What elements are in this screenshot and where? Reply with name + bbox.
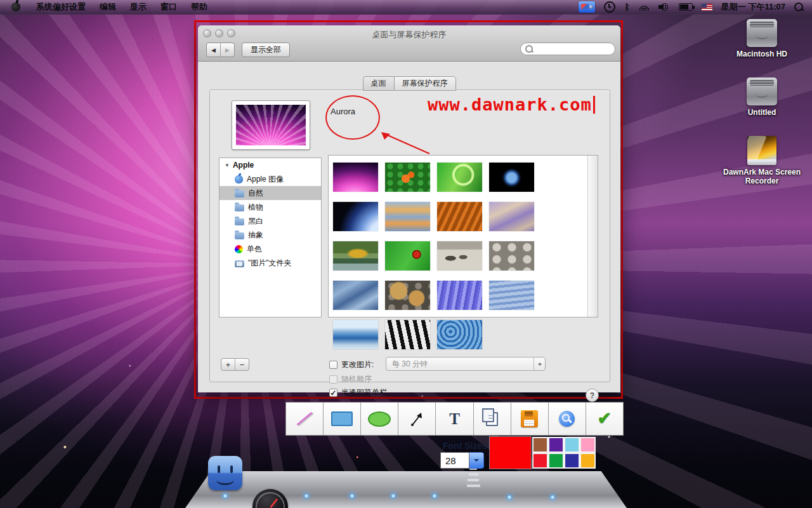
line-tool-button[interactable] bbox=[286, 403, 324, 435]
input-language-flag-icon[interactable] bbox=[702, 4, 712, 11]
zoom-tool-button[interactable] bbox=[549, 403, 586, 435]
menu-bar: 系统偏好设置 编辑 显示 窗口 帮助 ᛒ 星期一 下午11:07 bbox=[0, 0, 812, 15]
desktop: 系统偏好设置 编辑 显示 窗口 帮助 ᛒ 星期一 下午11:07 Macinto… bbox=[0, 0, 812, 508]
current-color-swatch[interactable] bbox=[490, 437, 531, 469]
menu-help[interactable]: 帮助 bbox=[184, 0, 214, 14]
line-icon bbox=[297, 412, 313, 426]
dock-dashboard-icon[interactable] bbox=[252, 489, 288, 508]
font-sizes-label: Font Sizes: bbox=[443, 441, 490, 451]
running-indicator bbox=[433, 494, 436, 498]
dawnark-recorder-menu-icon[interactable] bbox=[579, 1, 595, 13]
checkmark-icon: ✔ bbox=[598, 410, 612, 427]
running-indicator bbox=[350, 494, 354, 498]
volume-waves bbox=[664, 3, 670, 11]
text-tool-button[interactable]: T bbox=[436, 403, 473, 435]
color-palette bbox=[532, 437, 596, 469]
menu-edit[interactable]: 编辑 bbox=[93, 0, 123, 14]
ellipse-tool-button[interactable] bbox=[361, 403, 398, 435]
menu-bar-status: ᛒ 星期一 下午11:07 bbox=[579, 1, 812, 13]
confirm-tool-button[interactable]: ✔ bbox=[586, 403, 623, 435]
bluetooth-icon[interactable]: ᛒ bbox=[624, 3, 629, 11]
apple-menu-icon[interactable] bbox=[11, 3, 20, 11]
color-swatch-pink[interactable] bbox=[580, 437, 596, 453]
color-swatch-brown[interactable] bbox=[532, 437, 548, 453]
font-size-combo: 28 bbox=[440, 452, 484, 469]
arrow-icon bbox=[409, 411, 425, 427]
running-indicator bbox=[391, 494, 395, 498]
menu-view[interactable]: 显示 bbox=[123, 0, 154, 14]
dock-finder-icon[interactable] bbox=[208, 456, 242, 490]
copy-tool-button[interactable] bbox=[474, 403, 511, 435]
running-indicator bbox=[508, 495, 511, 499]
wifi-icon[interactable] bbox=[639, 4, 650, 11]
running-indicator bbox=[304, 494, 308, 498]
time-machine-icon[interactable] bbox=[604, 1, 615, 13]
font-size-dropdown-button[interactable] bbox=[469, 452, 484, 469]
text-icon: T bbox=[449, 410, 460, 428]
rectangle-icon bbox=[331, 411, 353, 426]
copy-icon bbox=[486, 412, 498, 426]
save-icon bbox=[521, 410, 538, 427]
save-tool-button[interactable] bbox=[511, 403, 549, 435]
magnifier-icon bbox=[559, 411, 575, 427]
running-indicator bbox=[551, 495, 554, 499]
spotlight-icon[interactable] bbox=[794, 3, 803, 11]
ellipse-icon bbox=[368, 411, 391, 427]
color-swatch-purple[interactable] bbox=[548, 437, 564, 453]
color-swatch-navy[interactable] bbox=[564, 453, 580, 469]
color-swatch-green[interactable] bbox=[548, 453, 564, 469]
battery-icon[interactable] bbox=[679, 3, 693, 11]
menu-bar-left: 系统偏好设置 编辑 显示 窗口 帮助 bbox=[0, 0, 214, 14]
color-swatch-amber[interactable] bbox=[580, 453, 596, 469]
annotation-toolbar: T ✔ bbox=[285, 402, 624, 436]
menu-window[interactable]: 窗口 bbox=[154, 0, 184, 14]
chevron-down-icon bbox=[474, 459, 479, 464]
volume-icon[interactable] bbox=[658, 3, 670, 11]
arrow-tool-button[interactable] bbox=[398, 403, 436, 435]
rectangle-tool-button[interactable] bbox=[324, 403, 361, 435]
font-size-value[interactable]: 28 bbox=[440, 452, 469, 469]
color-swatch-red[interactable] bbox=[532, 453, 548, 469]
color-swatch-lightblue[interactable] bbox=[564, 437, 580, 453]
running-indicator bbox=[223, 494, 227, 498]
menu-bar-clock[interactable]: 星期一 下午11:07 bbox=[721, 1, 785, 13]
menu-app[interactable]: 系统偏好设置 bbox=[29, 0, 93, 14]
